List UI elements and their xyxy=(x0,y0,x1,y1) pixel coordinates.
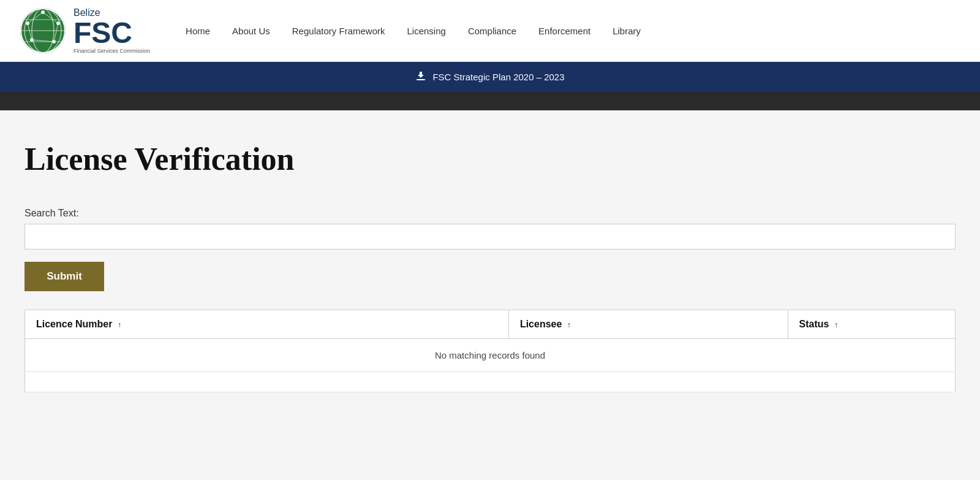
submit-button[interactable]: Submit xyxy=(24,262,104,291)
nav-regulatory-framework[interactable]: Regulatory Framework xyxy=(281,21,396,41)
logo-area: Belize FSC Financial Services Commission xyxy=(18,6,150,55)
logo-sub-label: Financial Services Commission xyxy=(74,48,150,54)
main-content: License Verification Search Text: Submit… xyxy=(0,110,980,417)
nav-compliance[interactable]: Compliance xyxy=(457,21,527,41)
sort-arrow-licensee: ↑ xyxy=(567,321,571,329)
no-records-row: No matching records found xyxy=(25,339,956,372)
nav-about-us[interactable]: About Us xyxy=(221,21,281,41)
logo-fsc-label: FSC xyxy=(74,18,150,48)
no-records-text: No matching records found xyxy=(25,339,956,372)
empty-row xyxy=(25,372,956,392)
logo-icon xyxy=(18,6,67,55)
sort-arrow-status: ↑ xyxy=(834,321,838,329)
download-icon xyxy=(415,70,426,83)
search-label: Search Text: xyxy=(24,208,956,219)
nav-licensing[interactable]: Licensing xyxy=(396,21,456,41)
table-header-row: Licence Number ↑ Licensee ↑ Status ↑ xyxy=(25,310,956,339)
svg-rect-17 xyxy=(417,79,425,80)
strategic-plan-text: FSC Strategic Plan 2020 – 2023 xyxy=(432,72,564,82)
search-input[interactable] xyxy=(24,224,956,250)
dark-stripe xyxy=(0,92,980,110)
page-title: License Verification xyxy=(24,141,956,177)
logo-text: Belize FSC Financial Services Commission xyxy=(74,7,150,54)
site-header: Belize FSC Financial Services Commission… xyxy=(0,0,980,62)
col-header-status[interactable]: Status ↑ xyxy=(788,310,955,339)
nav-library[interactable]: Library xyxy=(601,21,652,41)
main-nav: Home About Us Regulatory Framework Licen… xyxy=(175,21,652,41)
col-header-licence-number[interactable]: Licence Number ↑ xyxy=(25,310,509,339)
col-header-licensee[interactable]: Licensee ↑ xyxy=(508,310,788,339)
nav-home[interactable]: Home xyxy=(175,21,221,41)
strategic-banner[interactable]: FSC Strategic Plan 2020 – 2023 xyxy=(0,62,980,92)
sort-arrow-licence: ↑ xyxy=(118,321,121,329)
results-table: Licence Number ↑ Licensee ↑ Status ↑ No … xyxy=(24,310,956,392)
nav-enforcement[interactable]: Enforcement xyxy=(527,21,601,41)
